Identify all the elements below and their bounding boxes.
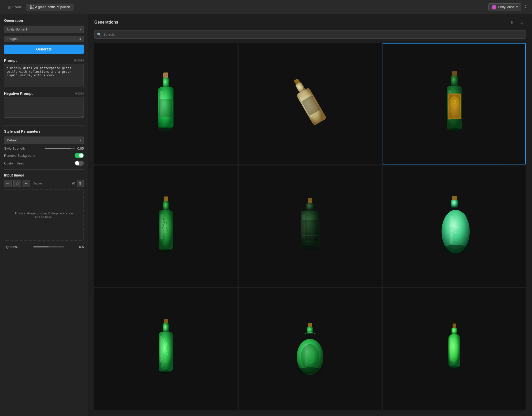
style-params-title: Style and Parameters bbox=[4, 129, 84, 133]
main-layout: Generation Unity-Sprite-1 Unity-Sprite-2… bbox=[0, 14, 532, 416]
tab-scene-label: Scene bbox=[12, 5, 22, 9]
input-image-title: Input Image bbox=[4, 173, 84, 177]
muse-label: Unity Muse bbox=[498, 5, 515, 9]
brush-draw-btn[interactable]: ✏ bbox=[4, 180, 12, 187]
svg-point-29 bbox=[301, 246, 320, 251]
drop-zone[interactable]: Draw a shape or drag & drop referenceima… bbox=[4, 190, 84, 241]
muse-button[interactable]: Unity Muse ▾ bbox=[488, 3, 521, 11]
svg-rect-45 bbox=[308, 323, 312, 328]
download-icon[interactable]: ⬇ bbox=[508, 18, 516, 26]
tab-bottle[interactable]: 🖼 A green bottle of poison bbox=[26, 4, 74, 11]
search-bar: 🔍 bbox=[94, 30, 526, 39]
custom-seed-toggle[interactable] bbox=[75, 161, 84, 166]
svg-rect-13 bbox=[451, 76, 458, 87]
negative-prompt-textarea[interactable] bbox=[4, 97, 84, 118]
star-icon[interactable]: ☆ bbox=[518, 18, 526, 26]
bottle-3-svg: ☺ bbox=[439, 69, 470, 138]
style-select[interactable]: Default Realistic Cartoon Anime bbox=[4, 137, 84, 144]
svg-point-37 bbox=[442, 245, 470, 254]
negative-prompt-char-count: 0/1024 bbox=[75, 92, 84, 95]
style-strength-full-row: Style Strength 0.85 bbox=[4, 147, 84, 150]
grid-cell-1[interactable] bbox=[94, 43, 238, 164]
svg-rect-34 bbox=[452, 196, 457, 200]
radius-value: 20 bbox=[72, 182, 75, 185]
image-grid: ✦ bbox=[88, 43, 532, 416]
muse-chevron-icon: ▾ bbox=[516, 5, 518, 9]
model-select[interactable]: Unity-Sprite-1 Unity-Sprite-2 Custom bbox=[4, 26, 84, 33]
svg-point-55 bbox=[448, 366, 460, 370]
radius-label: Radius bbox=[33, 182, 42, 185]
bottle-9-svg bbox=[440, 321, 468, 377]
muse-icon bbox=[492, 5, 496, 9]
search-input[interactable] bbox=[94, 30, 526, 39]
svg-rect-21 bbox=[164, 196, 168, 202]
svg-rect-52 bbox=[453, 324, 456, 328]
tab-bottle-label: A green bottle of poison bbox=[35, 5, 70, 9]
scene-icon: ⊞ bbox=[8, 5, 11, 9]
style-strength-label2: Style Strength bbox=[4, 147, 43, 150]
style-strength-track-fill bbox=[45, 148, 71, 149]
bottle-tab-icon: 🖼 bbox=[30, 5, 34, 9]
top-bar-right: Unity Muse ▾ ⋮ bbox=[488, 3, 528, 11]
svg-rect-53 bbox=[452, 328, 457, 335]
bottle-4-svg bbox=[152, 194, 180, 258]
style-strength-track[interactable] bbox=[45, 148, 75, 149]
brush-adjust-btn[interactable]: ✒ bbox=[23, 180, 30, 187]
model-select-container: Unity-Sprite-1 Unity-Sprite-2 Custom ▼ bbox=[4, 26, 84, 33]
grid-cell-6[interactable] bbox=[383, 165, 526, 287]
svg-rect-12 bbox=[452, 71, 457, 76]
brush-erase-btn[interactable]: ◇ bbox=[13, 180, 21, 187]
style-select-container: Default Realistic Cartoon Anime ▼ bbox=[4, 137, 84, 144]
prompt-title: Prompt bbox=[4, 58, 17, 63]
svg-rect-25 bbox=[160, 214, 163, 239]
grid-cell-5[interactable] bbox=[239, 165, 382, 287]
grid-cell-9[interactable] bbox=[383, 288, 526, 410]
prompt-char-count: 98/1024 bbox=[74, 59, 84, 62]
svg-rect-26 bbox=[308, 198, 312, 203]
tightness-slider[interactable] bbox=[33, 246, 64, 247]
custom-seed-label: Custom Seed bbox=[4, 161, 24, 165]
svg-rect-1 bbox=[163, 78, 169, 88]
bottle-8-svg bbox=[293, 321, 327, 377]
prompt-header: Prompt 98/1024 bbox=[4, 58, 84, 63]
tightness-label: Tightness bbox=[4, 245, 18, 249]
drop-text: Draw a shape or drag & drop referenceima… bbox=[15, 211, 73, 219]
svg-rect-35 bbox=[451, 200, 458, 207]
custom-seed-knob bbox=[75, 161, 79, 165]
remove-bg-row: Remove Background bbox=[4, 153, 84, 158]
bottle-7-svg bbox=[152, 317, 180, 381]
svg-rect-27 bbox=[306, 203, 314, 211]
grid-cell-8[interactable] bbox=[239, 288, 382, 410]
tightness-value: 0.5 bbox=[79, 245, 84, 249]
divider-2 bbox=[4, 169, 84, 170]
images-row: Images 4 bbox=[4, 36, 84, 42]
images-count: 4 bbox=[79, 37, 81, 41]
remove-bg-toggle[interactable] bbox=[75, 153, 84, 158]
prompt-textarea[interactable]: a highly detailed masterpiece glass bott… bbox=[4, 64, 84, 87]
svg-rect-31 bbox=[302, 220, 318, 241]
svg-point-15 bbox=[447, 128, 462, 132]
svg-point-3 bbox=[158, 127, 173, 131]
more-options-icon[interactable]: ⋮ bbox=[523, 4, 528, 10]
header-icons: ⬇ ☆ bbox=[508, 18, 526, 26]
remove-bg-knob bbox=[79, 153, 83, 158]
generations-title: Generations bbox=[94, 20, 118, 25]
tightness-row: Tightness 0.5 bbox=[4, 245, 84, 249]
content-area: Generations ⬇ ☆ 🔍 bbox=[88, 14, 532, 416]
delete-btn[interactable]: 🗑 bbox=[77, 180, 84, 187]
negative-prompt-title: Negative Prompt bbox=[4, 91, 33, 96]
grid-cell-4[interactable] bbox=[94, 165, 238, 287]
svg-rect-5 bbox=[159, 99, 172, 117]
grid-cell-3[interactable]: ☺ bbox=[383, 43, 526, 164]
tab-scene[interactable]: ⊞ Scene bbox=[4, 4, 25, 11]
generate-button[interactable]: Generate bbox=[4, 45, 84, 54]
generation-title: Generation bbox=[4, 18, 84, 23]
grid-cell-7[interactable] bbox=[94, 288, 238, 410]
svg-rect-39 bbox=[164, 319, 168, 324]
bottle-2-svg: ✦ bbox=[292, 73, 328, 134]
svg-text:☺: ☺ bbox=[452, 99, 457, 105]
remove-bg-label: Remove Background bbox=[4, 154, 35, 158]
brush-tools-row: ✏ ◇ ✒ Radius 20 🗑 bbox=[4, 180, 84, 187]
grid-cell-2[interactable]: ✦ bbox=[239, 43, 382, 164]
svg-rect-40 bbox=[163, 323, 169, 332]
